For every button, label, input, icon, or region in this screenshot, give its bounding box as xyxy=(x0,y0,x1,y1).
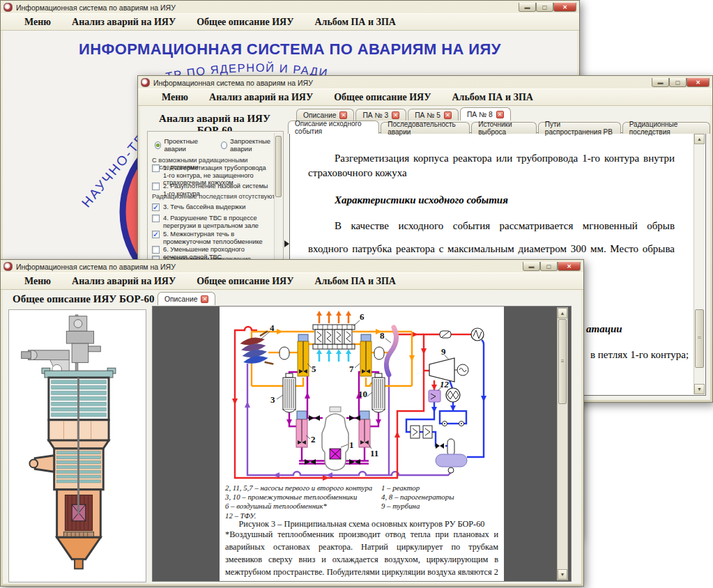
doc-heading: Характеристики исходного события xyxy=(308,193,675,208)
close-button[interactable]: ✕ xyxy=(558,262,581,271)
page-title: ИНФОРМАЦИОННАЯ СИСТЕМА ПО АВАРИЯМ НА ИЯУ xyxy=(3,40,577,59)
pump-11 xyxy=(359,411,370,447)
menu-item-analysis[interactable]: Анализ аварий на ИЯУ xyxy=(72,17,176,28)
window-title: Информационная система по авариям на ИЯУ xyxy=(16,3,176,12)
menu-item-menu[interactable]: Меню xyxy=(24,17,51,28)
doc-paragraph: Разгерметизация корпуса реактора или тру… xyxy=(308,151,675,180)
scrollbar-thumb[interactable] xyxy=(695,309,704,368)
accident-type-radios: Проектные аварии Запроектные аварии xyxy=(155,137,283,153)
pump-2 xyxy=(296,411,307,447)
label-5: 5 xyxy=(312,364,316,374)
legend-line: 3, 10 – промежуточные теплообменники xyxy=(225,493,372,502)
steam-generator-4 xyxy=(239,331,274,369)
checkbox-icon[interactable] xyxy=(152,164,160,172)
scroll-up-icon[interactable]: ▲ xyxy=(558,308,567,318)
document-tabs: Описание xyxy=(158,292,215,305)
tab-pa8[interactable]: ПА № 8 xyxy=(460,107,511,121)
tab-close-icon[interactable] xyxy=(201,295,208,303)
checkbox-item[interactable]: 4. Разрушение ТВС в процессе перегрузки … xyxy=(152,215,269,229)
tab-close-icon[interactable] xyxy=(339,111,347,119)
subtab-radiation-consequences[interactable]: Радиационные последствия xyxy=(622,122,710,134)
menu-item-album[interactable]: Альбом ПА и ЗПА xyxy=(452,92,532,103)
radio-icon[interactable] xyxy=(221,141,227,149)
legend-line: 1 – реактор xyxy=(381,483,454,493)
circuits-schematic: 1 2 3 4 5 6 7 8 9 10 11 12 xyxy=(227,309,498,483)
label-6: 6 xyxy=(360,311,365,322)
titlebar-analysis[interactable]: Информационная система по авариям на ИЯУ… xyxy=(138,76,712,88)
radio-design-accidents[interactable]: Проектные аварии xyxy=(155,137,212,153)
tab-opisanie[interactable]: Описание xyxy=(296,109,354,121)
menu-item-analysis[interactable]: Анализ аварий на ИЯУ xyxy=(209,92,313,103)
page-scrollbar[interactable]: ▲ ▼ xyxy=(557,307,568,580)
maximize-button[interactable]: ▢ xyxy=(669,78,687,87)
checkbox-icon[interactable] xyxy=(152,215,160,222)
subtab-sequence[interactable]: Последовательность аварии xyxy=(381,122,470,134)
subtab-initial-event[interactable]: Описание исходного события xyxy=(288,121,379,134)
checkbox-icon[interactable] xyxy=(152,203,160,211)
scroll-down-icon[interactable]: ▼ xyxy=(558,569,567,580)
desktop: Информационная система по авариям на ИЯУ… xyxy=(0,0,713,588)
menu-item-album[interactable]: Альбом ПА и ЗПА xyxy=(314,276,395,287)
titlebar-main[interactable]: Информационная система по авариям на ИЯУ… xyxy=(1,1,579,13)
menu-item-overview[interactable]: Общее описание ИЯУ xyxy=(197,17,293,28)
menu-item-analysis[interactable]: Анализ аварий на ИЯУ xyxy=(72,276,176,287)
scroll-down-icon[interactable]: ▼ xyxy=(694,384,705,394)
tab-close-icon[interactable] xyxy=(496,111,504,118)
turbine xyxy=(429,358,468,382)
scrollbar-thumb[interactable] xyxy=(275,136,282,197)
minimize-button[interactable]: ▬ xyxy=(523,262,540,271)
menubar-overview: Меню Анализ аварий на ИЯУ Общее описание… xyxy=(1,272,583,290)
tab-close-icon[interactable] xyxy=(392,111,399,119)
label-7: 7 xyxy=(349,364,354,374)
subtab-release-sources[interactable]: Источники выброса xyxy=(471,122,537,134)
minimize-button[interactable]: ▬ xyxy=(519,3,536,12)
checkbox-item[interactable]: 5. Межконтурная течь в промежуточном теп… xyxy=(152,231,269,245)
tab-pa5[interactable]: ПА № 5 xyxy=(408,109,459,121)
scrollbar-thumb[interactable] xyxy=(558,319,567,404)
close-button[interactable]: ✕ xyxy=(687,78,710,87)
radio-icon[interactable] xyxy=(155,141,161,149)
window-title: Информационная система по авариям на ИЯУ xyxy=(153,79,313,87)
subtabs: Описание исходного события Последователь… xyxy=(288,121,710,134)
maximize-button[interactable]: ▢ xyxy=(540,262,558,271)
tab-pa3[interactable]: ПА № 3 xyxy=(355,109,406,121)
label-8: 8 xyxy=(380,330,385,341)
document-page: 1 2 3 4 5 6 7 8 9 10 11 12 xyxy=(220,307,504,581)
overview-window-body: Общее описание ИЯУ БОР-60 xyxy=(3,290,581,584)
menu-item-menu[interactable]: Меню xyxy=(24,276,51,287)
menubar-analysis: Меню Анализ аварий на ИЯУ Общее описание… xyxy=(138,88,712,106)
pump-5 xyxy=(298,334,309,376)
panel-title: Общее описание ИЯУ БОР-60 xyxy=(13,293,155,305)
steam-generator-8 xyxy=(386,327,396,375)
minimize-button[interactable]: ▬ xyxy=(652,78,669,87)
menubar-main: Меню Анализ аварий на ИЯУ Общее описание… xyxy=(1,13,579,31)
tab-opisanie[interactable]: Описание xyxy=(158,292,215,305)
checkbox-icon[interactable] xyxy=(152,246,160,254)
menu-item-overview[interactable]: Общее описание ИЯУ xyxy=(334,92,431,103)
menu-item-overview[interactable]: Общее описание ИЯУ xyxy=(197,276,293,287)
checkbox-icon[interactable] xyxy=(152,231,160,238)
window-title: Информационная система по авариям на ИЯУ xyxy=(16,263,176,271)
splitter-arrow-icon[interactable] xyxy=(284,240,289,247)
app-icon xyxy=(3,3,13,12)
menu-item-album[interactable]: Альбом ПА и ЗПА xyxy=(314,17,395,28)
label-1: 1 xyxy=(349,440,354,450)
ihx-10 xyxy=(372,373,385,412)
app-icon xyxy=(3,262,13,271)
tab-close-icon[interactable] xyxy=(444,111,452,119)
expansion-tank xyxy=(374,347,384,359)
label-3: 3 xyxy=(270,394,275,405)
maximize-button[interactable]: ▢ xyxy=(536,3,553,12)
expansion-tank xyxy=(279,347,289,359)
deaerator xyxy=(436,454,467,467)
label-2: 2 xyxy=(311,434,316,444)
close-button[interactable]: ✕ xyxy=(553,3,576,12)
titlebar-overview[interactable]: Информационная система по авариям на ИЯУ… xyxy=(1,260,583,272)
subtab-propagation[interactable]: Пути распространения РВ xyxy=(538,122,621,134)
doc-text-fragment: атации xyxy=(586,323,622,335)
checkbox-icon[interactable] xyxy=(152,183,160,190)
document-scrollbar[interactable]: ▲ ▼ xyxy=(693,134,705,394)
checkbox-item[interactable]: 3. Течь бассейна выдержки xyxy=(152,203,269,211)
menu-item-menu[interactable]: Меню xyxy=(162,92,188,103)
pump-icon xyxy=(448,467,454,473)
